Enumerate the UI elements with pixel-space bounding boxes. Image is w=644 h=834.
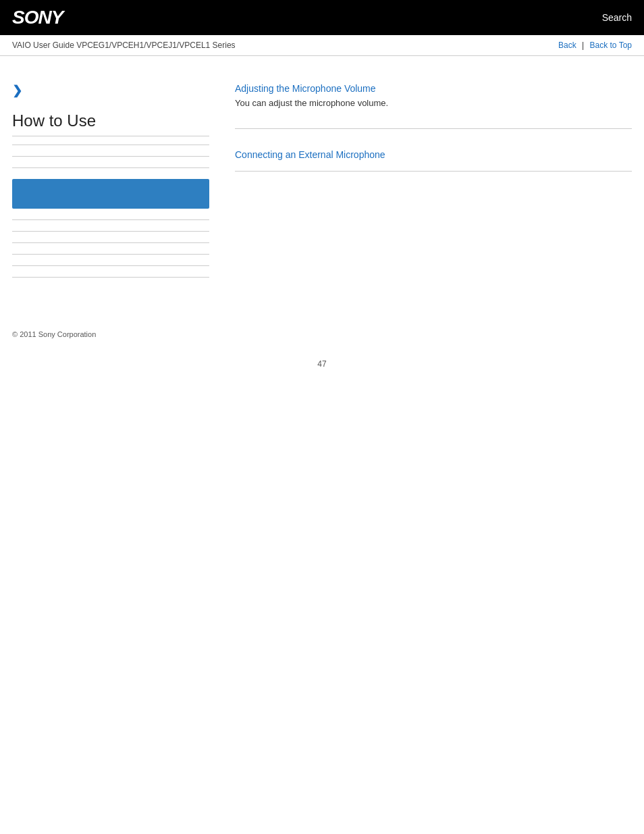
back-link[interactable]: Back [558,41,576,50]
page-number: 47 [0,346,644,382]
back-to-top-link[interactable]: Back to Top [590,41,632,50]
sidebar-line-5 [12,231,209,232]
copyright-text: © 2011 Sony Corporation [12,330,96,338]
link-adjusting-microphone-volume[interactable]: Adjusting the Microphone Volume [235,83,632,94]
content-divider-2 [235,171,632,172]
link-connecting-external-microphone[interactable]: Connecting an External Microphone [235,149,632,160]
sidebar-line-2 [12,156,209,157]
content-link-block-1: Adjusting the Microphone Volume You can … [235,83,632,108]
sony-logo: SONY [12,7,63,28]
sidebar-lines [12,145,209,278]
sidebar-line-3 [12,167,209,168]
sub-header: VAIO User Guide VPCEG1/VPCEH1/VPCEJ1/VPC… [0,35,644,56]
sidebar-arrow: ❯ [12,83,209,98]
content-area: Adjusting the Microphone Volume You can … [221,63,632,288]
content-divider-1 [235,128,632,129]
sidebar-line-8 [12,265,209,266]
sidebar-line-7 [12,254,209,255]
sidebar-line-4 [12,219,209,220]
sidebar: ❯ How to Use [12,63,221,288]
footer: © 2011 Sony Corporation [0,309,644,346]
main-container: ❯ How to Use Adjusting the Microphone Vo… [0,56,644,309]
sidebar-section-title: How to Use [12,111,209,136]
sidebar-line-9 [12,277,209,278]
breadcrumb: VAIO User Guide VPCEG1/VPCEH1/VPCEJ1/VPC… [12,41,236,50]
nav-links: Back | Back to Top [558,41,632,50]
content-link-block-2: Connecting an External Microphone [235,149,632,160]
search-button[interactable]: Search [602,12,632,23]
sidebar-line-6 [12,242,209,243]
header: SONY Search [0,0,644,35]
sidebar-line-1 [12,145,209,145]
link1-description: You can adjust the microphone volume. [235,98,632,108]
sidebar-highlight-block [12,179,209,209]
nav-separator: | [582,41,586,50]
